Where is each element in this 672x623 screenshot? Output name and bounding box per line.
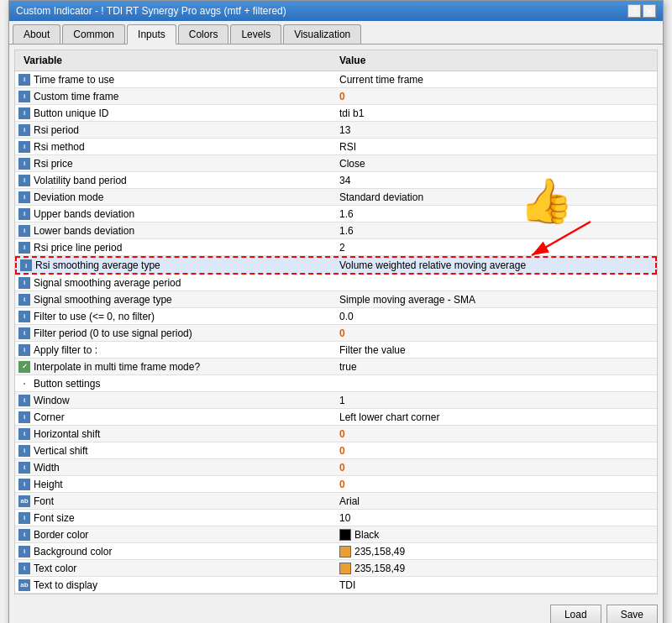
table-row[interactable]: iWindow1 bbox=[15, 392, 657, 409]
variable-name: Lower bands deviation bbox=[34, 225, 134, 237]
value-cell: Current time frame bbox=[336, 72, 657, 87]
variable-cell: iDeviation mode bbox=[15, 190, 336, 205]
variable-name: Width bbox=[34, 462, 60, 474]
variable-name: Signal smoothing average period bbox=[34, 277, 181, 289]
table-row[interactable]: iText color235,158,49 bbox=[15, 560, 657, 577]
table-row[interactable]: iCustom time frame0 bbox=[15, 88, 657, 105]
table-row[interactable]: iHorizontal shift0 bbox=[15, 426, 657, 442]
variable-value: 0 bbox=[339, 445, 345, 457]
variable-cell: iRsi method bbox=[15, 139, 336, 154]
table-row[interactable]: iBackground color235,158,49 bbox=[15, 543, 657, 560]
variable-name: Apply filter to : bbox=[34, 344, 97, 356]
value-cell: 34 bbox=[336, 173, 657, 188]
variable-name: Rsi period bbox=[34, 124, 79, 136]
variable-value: Close bbox=[339, 158, 365, 170]
variable-name: Interpolate in multi time frame mode? bbox=[34, 361, 200, 373]
variable-cell: iLower bands deviation bbox=[15, 223, 336, 238]
col-value-header: Value bbox=[336, 53, 652, 68]
variable-cell: iSignal smoothing average type bbox=[15, 292, 336, 307]
variable-cell: iRsi price line period bbox=[15, 240, 336, 255]
table-row[interactable]: ✓Interpolate in multi time frame mode?tr… bbox=[15, 359, 657, 375]
table-row[interactable]: iLower bands deviation1.6 bbox=[15, 222, 657, 239]
variable-value: RSI bbox=[339, 141, 356, 153]
variable-name: Deviation mode bbox=[34, 191, 103, 203]
value-cell: Volume weighted relative moving average bbox=[336, 258, 655, 273]
variable-cell: iWindow bbox=[15, 393, 336, 408]
variable-name: Rsi smoothing average type bbox=[35, 259, 160, 271]
variable-value: 1 bbox=[339, 395, 345, 406]
row-icon: i bbox=[18, 191, 30, 203]
variable-name: Font size bbox=[34, 512, 75, 524]
table-row[interactable]: iFilter period (0 to use signal period)0 bbox=[15, 325, 657, 342]
value-cell: Left lower chart corner bbox=[336, 410, 657, 425]
table-row[interactable]: iRsi period13 bbox=[15, 122, 657, 139]
table-row[interactable]: iApply filter to :Filter the value bbox=[15, 342, 657, 359]
table-row[interactable]: iUpper bands deviation1.6 bbox=[15, 206, 657, 222]
table-row[interactable]: iHeight0 bbox=[15, 476, 657, 493]
value-cell: Arial bbox=[336, 494, 657, 509]
variable-name: Text to display bbox=[34, 579, 97, 591]
value-cell: Filter the value bbox=[336, 343, 657, 358]
table-row[interactable]: iTime frame to useCurrent time frame bbox=[15, 71, 657, 88]
tab-levels[interactable]: Levels bbox=[230, 24, 281, 44]
value-cell: Simple moving average - SMA bbox=[336, 292, 657, 307]
row-icon: i bbox=[18, 294, 30, 306]
variable-cell: abFont bbox=[15, 494, 336, 509]
tab-colors[interactable]: Colors bbox=[178, 24, 229, 44]
table-row[interactable]: iCornerLeft lower chart corner bbox=[15, 409, 657, 426]
table-row[interactable]: iFont size10 bbox=[15, 510, 657, 526]
variable-cell: iHeight bbox=[15, 477, 336, 492]
table-row[interactable]: iRsi smoothing average typeVolume weight… bbox=[15, 256, 657, 275]
variable-value: 235,158,49 bbox=[354, 563, 405, 574]
variable-cell: iBorder color bbox=[15, 527, 336, 542]
value-cell: 13 bbox=[336, 123, 657, 138]
help-button[interactable]: ? bbox=[627, 4, 641, 18]
variable-name: Signal smoothing average type bbox=[34, 294, 172, 306]
variable-cell: iCustom time frame bbox=[15, 89, 336, 104]
variable-name: Background color bbox=[34, 546, 112, 558]
table-row[interactable]: iButton unique IDtdi b1 bbox=[15, 105, 657, 122]
row-icon: i bbox=[18, 344, 30, 356]
row-icon: i bbox=[18, 445, 30, 457]
row-icon: i bbox=[18, 91, 30, 102]
save-button[interactable]: Save bbox=[606, 605, 658, 623]
tab-common[interactable]: Common bbox=[62, 24, 125, 44]
value-cell: 0 bbox=[336, 443, 657, 458]
variable-value: Left lower chart corner bbox=[339, 411, 439, 423]
variable-cell: iUpper bands deviation bbox=[15, 207, 336, 222]
table-row[interactable]: iSignal smoothing average period bbox=[15, 275, 657, 291]
value-cell: Standard deviation bbox=[336, 190, 657, 205]
table-row[interactable]: iDeviation modeStandard deviation bbox=[15, 189, 657, 206]
variable-cell: ✓Interpolate in multi time frame mode? bbox=[15, 359, 336, 374]
table-row[interactable]: iRsi methodRSI bbox=[15, 139, 657, 155]
variable-value: 1.6 bbox=[339, 208, 354, 220]
table-row[interactable]: iBorder colorBlack bbox=[15, 526, 657, 543]
value-cell: 1 bbox=[336, 393, 657, 408]
tab-visualization[interactable]: Visualization bbox=[283, 24, 361, 44]
table-row[interactable]: iSignal smoothing average typeSimple mov… bbox=[15, 291, 657, 308]
variable-name: Volatility band period bbox=[34, 175, 127, 186]
table-row[interactable]: abFontArial bbox=[15, 493, 657, 510]
close-button[interactable]: ✕ bbox=[643, 4, 656, 18]
value-cell: Close bbox=[336, 156, 657, 171]
variable-value: 0 bbox=[339, 479, 345, 490]
table-row[interactable]: abText to displayTDI bbox=[15, 577, 657, 594]
variable-cell: iFont size bbox=[15, 510, 336, 526]
tab-about[interactable]: About bbox=[13, 24, 60, 44]
table-row[interactable]: ·Button settings bbox=[15, 375, 657, 392]
table-row[interactable]: iVolatility band period34 bbox=[15, 172, 657, 189]
table-row[interactable]: iRsi priceClose bbox=[15, 155, 657, 172]
variable-cell: iText color bbox=[15, 561, 336, 576]
tab-inputs[interactable]: Inputs bbox=[127, 24, 176, 44]
table-row[interactable]: iWidth0 bbox=[15, 459, 657, 476]
row-icon: i bbox=[18, 428, 30, 440]
variable-value: 0 bbox=[339, 91, 345, 102]
table-row[interactable]: iFilter to use (<= 0, no filter)0.0 bbox=[15, 308, 657, 325]
variable-name: Custom time frame bbox=[34, 91, 118, 102]
variable-cell: iCorner bbox=[15, 410, 336, 425]
row-icon: i bbox=[18, 563, 30, 574]
table-row[interactable]: iVertical shift0 bbox=[15, 442, 657, 459]
load-button[interactable]: Load bbox=[550, 605, 601, 623]
table-row[interactable]: iRsi price line period2 bbox=[15, 239, 657, 256]
value-cell: 1.6 bbox=[336, 207, 657, 222]
